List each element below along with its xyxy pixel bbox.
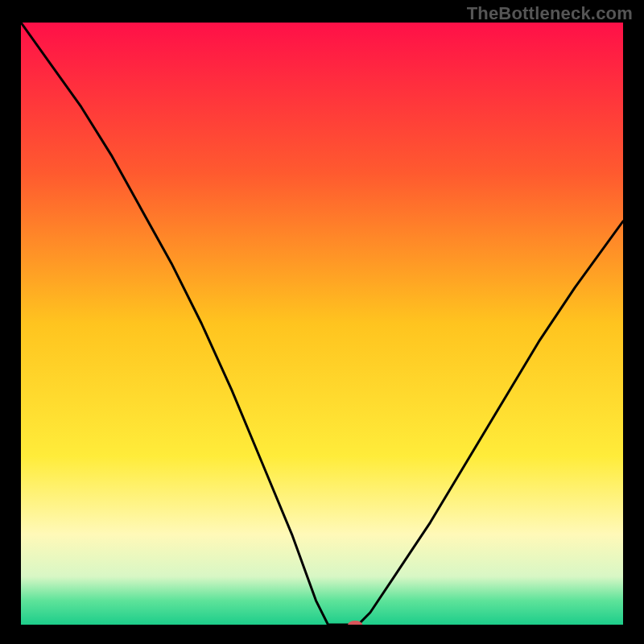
chart-frame: TheBottleneck.com [0,0,644,644]
watermark-text: TheBottleneck.com [467,3,633,24]
plot-area [21,23,623,625]
bottleneck-chart [21,23,623,625]
gradient-background [21,23,623,625]
